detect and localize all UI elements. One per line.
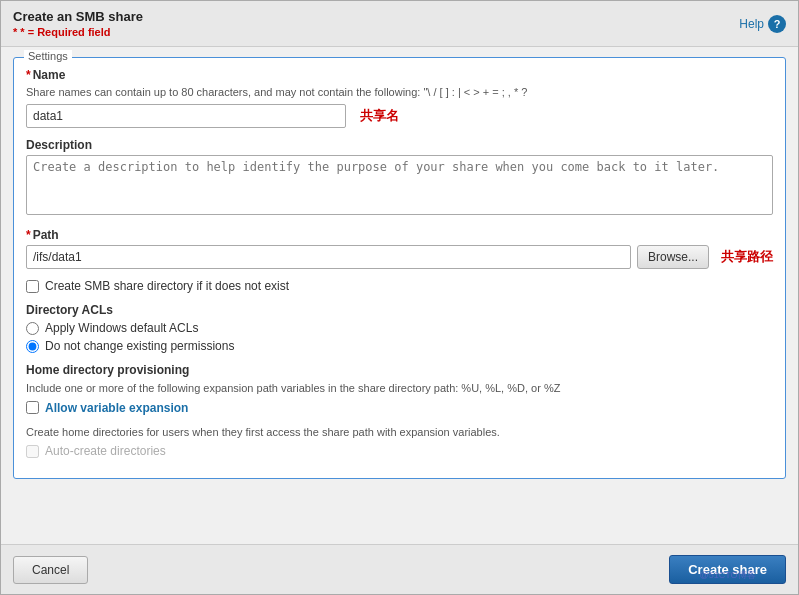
description-label: Description	[26, 138, 773, 152]
path-input[interactable]	[26, 245, 631, 269]
watermark: @51CTO博客	[700, 569, 756, 582]
dialog-body: Settings * Name Share names can contain …	[1, 47, 798, 544]
browse-button[interactable]: Browse...	[637, 245, 709, 269]
path-required-star: *	[26, 228, 31, 242]
description-textarea[interactable]	[26, 155, 773, 215]
allow-expansion-row: Allow variable expansion	[26, 401, 773, 415]
auto-create-hint: Create home directories for users when t…	[26, 425, 773, 440]
header-left: Create an SMB share * * = Required field	[13, 9, 143, 38]
home-dir-section: Home directory provisioning Include one …	[26, 363, 773, 458]
acl-option1-row: Apply Windows default ACLs	[26, 321, 773, 335]
acl-section: Directory ACLs Apply Windows default ACL…	[26, 303, 773, 353]
name-required-star: *	[26, 68, 31, 82]
required-note: * * = Required field	[13, 26, 143, 38]
allow-expansion-label: Allow variable expansion	[45, 401, 188, 415]
dialog-footer: Cancel Create share @51CTO博客	[1, 544, 798, 594]
path-field: * Path Browse... 共享路径	[26, 228, 773, 269]
create-btn-wrapper: Create share @51CTO博客	[669, 555, 786, 584]
name-field: * Name Share names can contain up to 80 …	[26, 68, 773, 128]
help-icon: ?	[768, 15, 786, 33]
auto-create-checkbox[interactable]	[26, 445, 39, 458]
create-smb-share-dialog: Create an SMB share * * = Required field…	[0, 0, 799, 595]
help-link[interactable]: Help ?	[739, 15, 786, 33]
acl-option2-row: Do not change existing permissions	[26, 339, 773, 353]
dialog-header: Create an SMB share * * = Required field…	[1, 1, 798, 47]
smb-create-dir-checkbox[interactable]	[26, 280, 39, 293]
name-input[interactable]	[26, 104, 346, 128]
name-hint: Share names can contain up to 80 charact…	[26, 85, 773, 100]
acl-nochange-radio[interactable]	[26, 340, 39, 353]
settings-legend: Settings	[24, 50, 72, 62]
acl-windows-radio[interactable]	[26, 322, 39, 335]
smb-create-dir-row: Create SMB share directory if it does no…	[26, 279, 773, 293]
auto-create-row: Auto-create directories	[26, 444, 773, 458]
description-field: Description	[26, 138, 773, 218]
path-label: * Path	[26, 228, 773, 242]
help-label: Help	[739, 17, 764, 31]
home-dir-title: Home directory provisioning	[26, 363, 773, 377]
acl-option2-label: Do not change existing permissions	[45, 339, 234, 353]
acl-section-title: Directory ACLs	[26, 303, 773, 317]
allow-expansion-checkbox[interactable]	[26, 401, 39, 414]
smb-create-dir-label: Create SMB share directory if it does no…	[45, 279, 289, 293]
path-row: Browse... 共享路径	[26, 245, 773, 269]
home-dir-desc: Include one or more of the following exp…	[26, 381, 773, 396]
cancel-button[interactable]: Cancel	[13, 556, 88, 584]
required-star: *	[13, 26, 17, 38]
dialog-title: Create an SMB share	[13, 9, 143, 24]
name-annotation: 共享名	[360, 107, 399, 125]
settings-group: Settings * Name Share names can contain …	[13, 57, 786, 479]
name-label: * Name	[26, 68, 773, 82]
auto-create-label: Auto-create directories	[45, 444, 166, 458]
acl-option1-label: Apply Windows default ACLs	[45, 321, 198, 335]
path-annotation: 共享路径	[721, 248, 773, 266]
